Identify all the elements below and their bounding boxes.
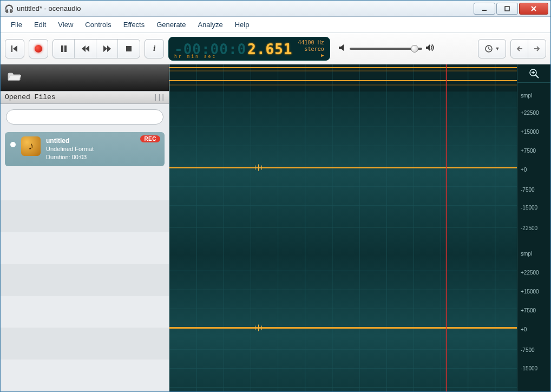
svg-marker-10 — [103, 45, 107, 52]
goto-start-button[interactable] — [5, 39, 24, 58]
ruler-tick: -7500 — [521, 187, 535, 193]
pause-button[interactable] — [53, 40, 75, 58]
file-selected-indicator-icon — [10, 142, 16, 147]
svg-rect-6 — [61, 45, 63, 52]
rewind-icon — [81, 45, 90, 53]
forward-icon — [103, 45, 111, 53]
pause-icon — [60, 45, 68, 53]
file-list-item[interactable]: ♪ untitled Undefined Format Duration: 00… — [5, 132, 165, 167]
file-format-label: Undefined Format — [46, 145, 94, 153]
menu-edit[interactable]: Edit — [28, 17, 52, 32]
file-thumbnail-icon: ♪ — [21, 136, 41, 156]
ruler-tick: +22500 — [521, 110, 539, 116]
ruler-tick: -15000 — [521, 365, 537, 371]
volume-slider-thumb[interactable] — [411, 45, 418, 53]
close-icon — [530, 5, 537, 12]
nav-forward-button[interactable] — [528, 40, 546, 58]
svg-rect-12 — [126, 46, 132, 51]
menu-view[interactable]: View — [52, 17, 79, 32]
ruler-tick: +7500 — [521, 148, 536, 154]
menu-effects[interactable]: Effects — [117, 17, 151, 32]
menu-file[interactable]: File — [5, 17, 28, 32]
ruler-tick: +15000 — [521, 129, 539, 135]
file-slot-empty — [1, 328, 169, 360]
toolbar: i -00:00:0 2.651 44100 Hz stereo ▶ hr mi… — [1, 33, 550, 64]
rec-badge: REC — [140, 135, 160, 142]
window-title: untitled* - ocenaudio — [17, 4, 81, 12]
file-slot-empty — [1, 360, 169, 391]
forward-button[interactable] — [96, 40, 118, 58]
svg-marker-11 — [107, 45, 111, 52]
ruler-tick: +22500 — [521, 270, 539, 276]
arrow-left-icon — [516, 45, 523, 52]
record-icon — [35, 45, 42, 53]
play-indicator-icon: ▶ — [321, 53, 324, 58]
menu-help[interactable]: Help — [229, 17, 255, 32]
open-folder-button[interactable] — [7, 70, 21, 86]
record-button[interactable] — [29, 39, 48, 58]
folder-icon — [7, 70, 21, 82]
time-display-panel[interactable]: -00:00:0 2.651 44100 Hz stereo ▶ hr min … — [168, 37, 330, 61]
app-icon: 🎧 — [4, 4, 14, 14]
ruler-tick: -22500 — [521, 225, 537, 231]
svg-marker-14 — [426, 44, 430, 51]
ruler-tick: +7500 — [521, 308, 536, 313]
file-slot-empty — [1, 264, 169, 296]
ruler-tick: -15000 — [521, 205, 537, 211]
svg-line-17 — [489, 49, 490, 50]
menu-generate[interactable]: Generate — [150, 17, 192, 32]
time-current-part: 2.651 — [247, 41, 292, 57]
sidebar-toolbar — [1, 64, 169, 91]
file-slot-empty — [1, 232, 169, 264]
time-meta: 44100 Hz stereo ▶ — [298, 40, 324, 58]
menu-controls[interactable]: Controls — [79, 17, 117, 32]
chevron-down-icon: ▼ — [495, 46, 500, 51]
time-units-label: hr min sec — [174, 54, 217, 59]
window-titlebar: 🎧 untitled* - ocenaudio — [1, 1, 550, 17]
volume-mute-icon[interactable] — [338, 43, 346, 54]
zoom-in-icon — [529, 68, 540, 79]
svg-marker-8 — [82, 45, 86, 52]
sidebar-search-input[interactable] — [6, 109, 163, 125]
window-minimize-button[interactable] — [474, 3, 495, 15]
svg-rect-4 — [11, 45, 12, 52]
waveform-panel: smpl +22500 +15000 +7500 +0 -7500 -15000… — [169, 64, 550, 391]
info-button[interactable]: i — [145, 39, 164, 58]
clock-icon — [484, 44, 493, 53]
sample-rate-label: 44100 Hz — [298, 40, 324, 46]
history-dropdown-button[interactable]: ▼ — [478, 39, 506, 58]
window-close-button[interactable] — [519, 3, 548, 15]
sidebar-grip-icon[interactable]: ||| — [154, 93, 165, 101]
file-slot-empty — [1, 200, 169, 232]
svg-rect-23 — [169, 92, 517, 254]
file-name-label: untitled — [46, 136, 94, 145]
waveform-svg — [169, 64, 517, 391]
nav-back-button[interactable] — [511, 40, 528, 58]
window-maximize-button[interactable] — [496, 3, 518, 15]
rewind-button[interactable] — [75, 40, 96, 58]
sidebar-header-label: Opened Files — [5, 93, 56, 101]
maximize-icon — [504, 5, 510, 12]
minimize-icon — [481, 5, 488, 12]
amplitude-ruler: smpl +22500 +15000 +7500 +0 -7500 -15000… — [517, 64, 550, 391]
menu-bar: File Edit View Controls Effects Generate… — [1, 17, 550, 33]
svg-rect-1 — [505, 6, 509, 11]
volume-slider[interactable] — [350, 48, 422, 50]
volume-control — [338, 43, 435, 54]
sidebar: Opened Files ||| ♪ untitled Undefined Fo… — [1, 64, 169, 391]
transport-group — [53, 39, 140, 58]
waveform-canvas[interactable] — [169, 64, 517, 391]
svg-marker-9 — [86, 45, 89, 52]
svg-rect-22 — [169, 64, 517, 92]
ruler-tick: +0 — [521, 167, 527, 173]
goto-start-icon — [10, 44, 19, 53]
file-meta: untitled Undefined Format Duration: 00:0… — [46, 136, 94, 161]
menu-analyze[interactable]: Analyze — [192, 17, 228, 32]
arrow-right-icon — [533, 45, 541, 52]
stop-button[interactable] — [118, 40, 140, 58]
ruler-tick: +0 — [521, 326, 527, 332]
svg-marker-5 — [13, 45, 17, 52]
ruler-label-smpl: smpl — [521, 93, 532, 99]
zoom-in-button[interactable] — [517, 64, 550, 83]
volume-loud-icon[interactable] — [425, 43, 435, 54]
